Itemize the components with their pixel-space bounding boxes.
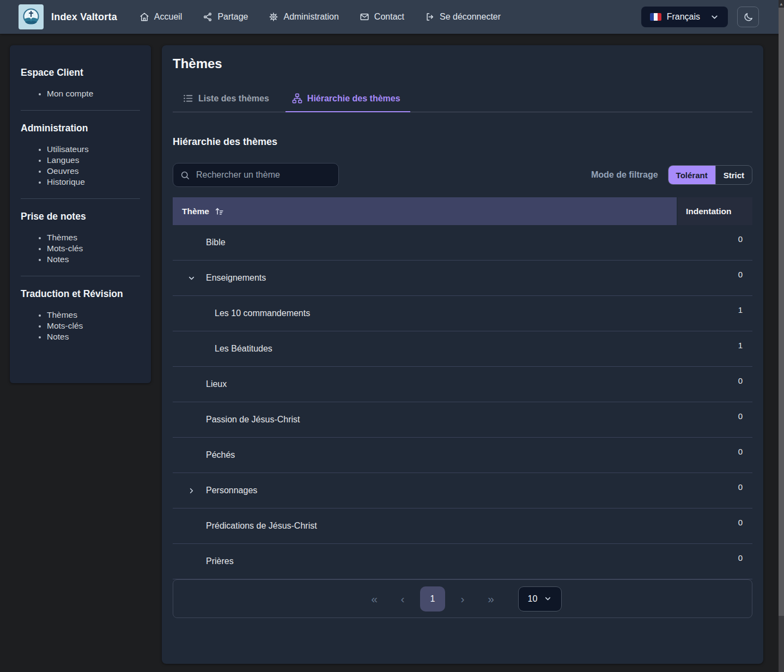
sidebar-section-title: Traduction et Révision	[21, 288, 140, 300]
table-row[interactable]: Lieux 0	[173, 367, 752, 402]
page-1-button[interactable]: 1	[420, 586, 445, 612]
next-page-button[interactable]: ›	[452, 586, 473, 612]
theme-name: Enseignements	[206, 273, 266, 283]
french-flag-icon	[650, 13, 661, 21]
theme-name: Lieux	[206, 379, 227, 389]
sidebar-item-notes[interactable]: Notes	[47, 331, 140, 342]
scrollbar-thumb[interactable]	[779, 8, 784, 616]
theme-name: Prédications de Jésus-Christ	[206, 521, 317, 531]
indentation-value: 0	[678, 234, 752, 244]
indentation-value: 0	[678, 482, 752, 492]
table-row[interactable]: Bible 0	[173, 225, 752, 261]
themes-table: Thème Indentation Bible 0 Enseignements …	[173, 197, 752, 579]
filter-mode-toggle: Tolérant Strict	[668, 165, 752, 185]
tab-hierarchie-des-themes[interactable]: Hiérarchie des thèmes	[291, 93, 402, 112]
table-row[interactable]: Enseignements 0	[173, 261, 752, 296]
indentation-value: 0	[678, 376, 752, 385]
tab-bar: Liste des thèmes Hiérarchie des thèmes	[173, 93, 752, 112]
tab-label: Liste des thèmes	[198, 94, 269, 104]
nav-item-accueil[interactable]: Accueil	[139, 12, 183, 22]
language-selector[interactable]: Français	[641, 7, 728, 27]
sidebar-item-mon-compte[interactable]: Mon compte	[47, 88, 140, 99]
expander-placeholder	[186, 379, 197, 390]
expander-placeholder	[186, 520, 197, 531]
first-page-button[interactable]: «	[363, 586, 385, 612]
expander-placeholder	[186, 556, 197, 567]
page-size-value: 10	[528, 594, 538, 604]
indentation-value: 0	[678, 518, 752, 527]
column-label: Thème	[182, 207, 209, 216]
vertical-scrollbar[interactable]: ▲	[779, 0, 784, 672]
indentation-value: 0	[678, 270, 752, 279]
sidebar-item-mots-cles[interactable]: Mots-clés	[47, 243, 140, 254]
sidebar-item-langues[interactable]: Langues	[47, 155, 140, 166]
indentation-value: 1	[678, 305, 752, 314]
theme-name: Les Béatitudes	[215, 344, 272, 354]
column-label: Indentation	[686, 207, 732, 216]
theme-name: Prières	[206, 556, 234, 566]
sidebar: Espace Client Mon compte Administration …	[10, 45, 151, 383]
table-row[interactable]: Prières 0	[173, 544, 752, 579]
table-row[interactable]: Personnages 0	[173, 473, 752, 508]
last-page-button[interactable]: »	[480, 586, 502, 612]
main-panel: Thèmes Liste des thèmes Hiérarchie des t…	[162, 45, 763, 664]
tab-label: Hiérarchie des thèmes	[307, 94, 400, 104]
language-label: Français	[667, 12, 700, 22]
gear-icon	[269, 12, 278, 22]
sidebar-item-mots-cles[interactable]: Mots-clés	[47, 320, 140, 331]
nav-label: Accueil	[154, 12, 183, 22]
collapse-chevron-icon[interactable]	[186, 273, 197, 283]
search-icon	[180, 170, 190, 180]
filter-tolerant-button[interactable]: Tolérant	[668, 166, 715, 184]
column-header-indentation[interactable]: Indentation	[678, 197, 752, 225]
sidebar-section-title: Espace Client	[21, 67, 140, 78]
main-nav: Accueil Partage Administration Contact S…	[139, 12, 501, 22]
home-icon	[139, 12, 149, 22]
table-row[interactable]: Péchés 0	[173, 438, 752, 473]
theme-name: Passion de Jésus-Christ	[206, 415, 300, 425]
table-row[interactable]: Prédications de Jésus-Christ 0	[173, 508, 752, 544]
sidebar-item-historique[interactable]: Historique	[47, 177, 140, 187]
nav-item-contact[interactable]: Contact	[360, 12, 404, 22]
table-row[interactable]: Les 10 commandements 1	[173, 296, 752, 331]
sidebar-item-utilisateurs[interactable]: Utilisateurs	[47, 144, 140, 155]
indentation-value: 1	[678, 341, 752, 350]
indentation-value: 0	[678, 447, 752, 456]
tab-liste-des-themes[interactable]: Liste des thèmes	[182, 93, 270, 112]
page-size-select[interactable]: 10	[518, 586, 562, 612]
indentation-value: 0	[678, 553, 752, 562]
table-row[interactable]: Passion de Jésus-Christ 0	[173, 402, 752, 438]
nav-item-administration[interactable]: Administration	[269, 12, 338, 22]
sort-ascending-icon	[215, 207, 224, 216]
scroll-up-arrow-icon[interactable]: ▲	[779, 0, 784, 8]
divider	[21, 198, 140, 199]
chevron-down-icon	[710, 13, 719, 22]
page-title: Thèmes	[173, 56, 752, 71]
expander-placeholder	[195, 343, 205, 354]
table-header: Thème Indentation	[173, 197, 752, 225]
sidebar-item-themes[interactable]: Thèmes	[47, 232, 140, 243]
logout-icon	[425, 12, 435, 22]
table-row[interactable]: Les Béatitudes 1	[173, 331, 752, 367]
sitemap-icon	[292, 93, 302, 104]
filter-mode-label: Mode de filtrage	[591, 170, 658, 180]
expander-placeholder	[186, 450, 197, 461]
dark-mode-toggle[interactable]	[737, 7, 759, 27]
column-header-theme[interactable]: Thème	[173, 197, 677, 225]
previous-page-button[interactable]: ‹	[392, 586, 414, 612]
sidebar-item-notes[interactable]: Notes	[47, 254, 140, 265]
table-body: Bible 0 Enseignements 0 Les 10 commandem…	[173, 225, 752, 579]
nav-item-partage[interactable]: Partage	[203, 12, 248, 22]
moon-icon	[743, 12, 753, 22]
search-input[interactable]	[195, 169, 332, 180]
filter-strict-button[interactable]: Strict	[715, 166, 752, 184]
sidebar-section-title: Administration	[21, 123, 140, 134]
top-navbar: Index Valtorta Accueil Partage Administr…	[0, 0, 784, 34]
list-icon	[183, 93, 193, 104]
app-logo[interactable]	[19, 4, 44, 29]
sidebar-item-oeuvres[interactable]: Oeuvres	[47, 166, 140, 177]
nav-item-se-deconnecter[interactable]: Se déconnecter	[425, 12, 501, 22]
sidebar-item-themes[interactable]: Thèmes	[47, 310, 140, 320]
expand-chevron-icon[interactable]	[186, 485, 197, 496]
expander-placeholder	[195, 308, 205, 319]
